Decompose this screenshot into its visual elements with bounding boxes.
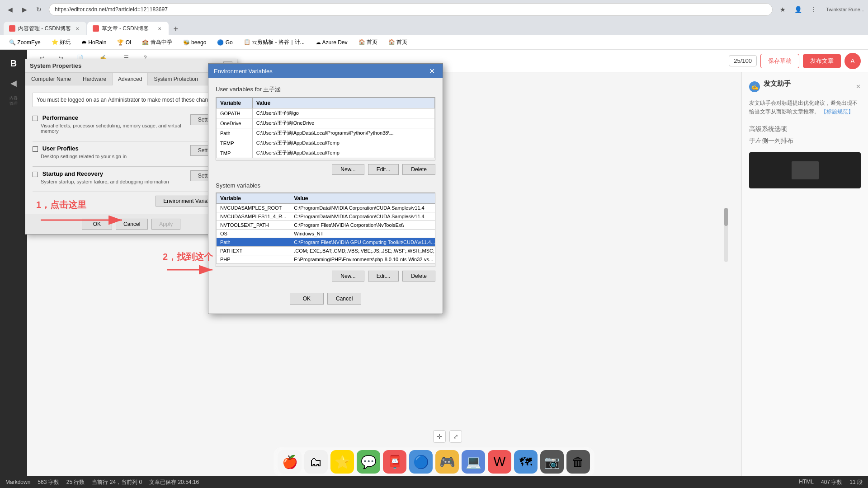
assistant-title-area: ✍ 发文助手 (749, 80, 791, 94)
publish-button[interactable]: 发布文章 (803, 54, 841, 68)
env-dialog-close-button[interactable]: ✕ (426, 66, 437, 76)
scrollbar[interactable] (724, 208, 728, 262)
sys-var-value-path-selected: C:\Program Files\NVIDIA GPU Computing To… (290, 238, 435, 247)
status-html-para: 11 段 (849, 479, 863, 486)
bookmark-button[interactable]: ★ (776, 3, 789, 16)
user-avatar[interactable]: A (844, 53, 861, 69)
user-var-row-gopath[interactable]: GOPATH C:\Users\王子涵\go (217, 108, 435, 118)
sys-var-row-os[interactable]: OS Windows_NT (217, 230, 436, 238)
status-word-count: 563 字数 (38, 479, 59, 486)
bookmark-funplay[interactable]: ⭐ 好玩 (48, 38, 74, 47)
new-tab-button[interactable]: + (170, 23, 182, 35)
divider-3 (33, 192, 230, 192)
user-edit-button[interactable]: Edit... (368, 164, 399, 175)
bookmark-horain[interactable]: 🌧 HoRain (78, 38, 110, 47)
user-var-row-tmp[interactable]: TMP C:\Users\王子涵\AppData\Local\Temp (217, 148, 435, 158)
right-panel: ✍ 发文助手 ✕ 发文助手会对标题提出优化建议，避免出现不恰当文字从而影响文章推… (741, 72, 868, 488)
tab-advanced[interactable]: Advanced (112, 73, 148, 85)
browser-nav-buttons: ◀ ▶ ↻ (4, 3, 45, 16)
system-props-title-bar: System Properties ✕ (25, 59, 237, 73)
dock-starred[interactable]: ⭐ (330, 450, 354, 474)
tab-2[interactable]: 草文章 - CSDN博客 ✕ (87, 22, 169, 35)
sys-var-name-path-selected: Path (217, 238, 290, 247)
account-button[interactable]: 👤 (792, 3, 804, 16)
dock-trash[interactable]: 🗑 (566, 450, 590, 474)
bookmark-qingdao[interactable]: 🏫 青岛中学 (138, 38, 175, 47)
back-button[interactable]: ◀ (4, 3, 16, 16)
tab-close-2[interactable]: ✕ (156, 25, 163, 32)
sys-var-row-pathext[interactable]: PATHEXT .COM;.EXE;.BAT;.CMD;.VBS;.VBE;.J… (217, 247, 436, 255)
right-panel-close[interactable]: ✕ (856, 83, 861, 90)
dock-launchpad[interactable]: 🗂 (304, 450, 328, 474)
dock-app1[interactable]: 🔵 (409, 450, 433, 474)
user-var-row-onedrive[interactable]: OneDrive C:\Users\王子涵\OneDrive (217, 118, 435, 128)
tab-hardware[interactable]: Hardware (77, 73, 112, 85)
dock-screenshot[interactable]: 📷 (540, 450, 564, 474)
dock-vscode[interactable]: 💻 (462, 450, 485, 474)
sys-vars-table-container[interactable]: Variable Value NVCUDASAMPLES_ROOT C:\Pro… (216, 192, 435, 267)
sys-var-row-cuda11[interactable]: NVCUDASAMPLES11_4_R... C:\ProgramData\NV… (217, 212, 436, 221)
startup-recovery-section: Startup and Recovery Settings... System … (33, 170, 230, 184)
env-dialog-content: User variables for 王子涵 Variable Value GO… (208, 78, 443, 314)
env-dialog-footer: OK Cancel (216, 289, 435, 306)
tab-system-protection[interactable]: System Protection (148, 73, 203, 85)
sys-var-col-value: Value (290, 193, 435, 204)
sidebar-icon-left[interactable]: ◀ (5, 74, 23, 92)
user-new-button[interactable]: New... (332, 164, 364, 175)
dock-game[interactable]: 🎮 (435, 450, 459, 474)
bookmark-azure[interactable]: ☁ Azure Dev (312, 38, 351, 47)
sys-new-button[interactable]: New... (332, 271, 364, 282)
bookmark-oi[interactable]: 🏆 OI (113, 38, 135, 47)
dock-word[interactable]: W (488, 450, 511, 474)
address-bar[interactable]: https://editor.csdn.net/md?articleId=121… (49, 3, 773, 16)
bookmark-clipboard[interactable]: 📋 云剪贴板 - 洛谷｜计... (240, 38, 308, 47)
bookmark-zoomeye[interactable]: 🔍 ZoomEye (5, 38, 44, 47)
status-lines: 25 行数 (66, 479, 85, 486)
sys-var-row-nvtools[interactable]: NVTOOLSEXT_PATH C:\Program Files\NVIDIA … (217, 221, 436, 230)
bookmark-go[interactable]: 🔵 Go (213, 38, 236, 47)
forward-button[interactable]: ▶ (18, 3, 31, 16)
status-right: HTML 407 字数 11 段 (799, 479, 863, 486)
dock-chat[interactable]: 💬 (357, 450, 380, 474)
sys-edit-button[interactable]: Edit... (368, 271, 399, 282)
dock-mail[interactable]: 📮 (383, 450, 406, 474)
user-delete-button[interactable]: Delete (402, 164, 435, 175)
thumbnail-image (792, 161, 819, 179)
bookmark-home2[interactable]: 🏠 首页 (385, 38, 411, 47)
sys-var-row-cudas-root[interactable]: NVCUDASAMPLES_ROOT C:\ProgramData\NVIDIA… (217, 204, 436, 212)
env-ok-button[interactable]: OK (290, 293, 324, 305)
user-var-name-gopath: GOPATH (217, 108, 253, 118)
bookmark-home1[interactable]: 🏠 首页 (355, 38, 381, 47)
sys-var-col-variable: Variable (217, 193, 290, 204)
system-props-apply-button[interactable]: Apply (151, 219, 180, 230)
tab-computer-name[interactable]: Computer Name (25, 73, 77, 85)
sys-var-value-cuda11: C:\ProgramData\NVIDIA Corporation\CUDA S… (290, 212, 435, 221)
menu-button[interactable]: ⋮ (807, 3, 820, 16)
status-html-chars: 407 字数 (821, 479, 842, 486)
user-var-row-temp[interactable]: TEMP C:\Users\王子涵\AppData\Local\Temp (217, 138, 435, 148)
title-rules-link[interactable]: 【标题规范】 (821, 108, 854, 115)
env-cancel-button[interactable]: Cancel (327, 293, 361, 305)
sidebar-icon-b[interactable]: B (5, 54, 23, 72)
performance-icon (33, 116, 38, 121)
save-draft-button[interactable]: 保存草稿 (760, 54, 799, 68)
system-props-cancel-button[interactable]: Cancel (116, 219, 148, 230)
user-vars-table-container[interactable]: Variable Value GOPATH C:\Users\王子涵\go On… (216, 97, 435, 160)
bookmark-beego[interactable]: 🐝 beego (179, 38, 210, 47)
refresh-button[interactable]: ↻ (33, 3, 45, 16)
dock-map[interactable]: 🗺 (514, 450, 538, 474)
sys-vars-table: Variable Value NVCUDASAMPLES_ROOT C:\Pro… (216, 193, 435, 264)
tab-close-1[interactable]: ✕ (74, 25, 81, 32)
sys-var-value-php: E:\Programming\PHP\Environments\php-8.0.… (290, 255, 435, 264)
sys-var-row-path-selected[interactable]: Path C:\Program Files\NVIDIA GPU Computi… (217, 238, 436, 247)
crosshair-icon[interactable]: ✛ (433, 430, 446, 443)
dock-finder[interactable]: 🍎 (278, 450, 302, 474)
sys-var-value-nvtools: C:\Program Files\NVIDIA Corporation\NvTo… (290, 221, 435, 230)
user-var-row-path[interactable]: Path C:\Users\王子涵\AppData\Local\Programs… (217, 128, 435, 138)
tab-1[interactable]: 内容管理 - CSDN博客 ✕ (4, 22, 86, 35)
expand-icon[interactable]: ⤢ (449, 430, 462, 443)
sys-var-row-php[interactable]: PHP E:\Programming\PHP\Environments\php-… (217, 255, 436, 264)
system-props-ok-button[interactable]: OK (82, 219, 112, 230)
sys-delete-button[interactable]: Delete (402, 271, 435, 282)
tab-label-1: 内容管理 - CSDN博客 (18, 25, 71, 33)
